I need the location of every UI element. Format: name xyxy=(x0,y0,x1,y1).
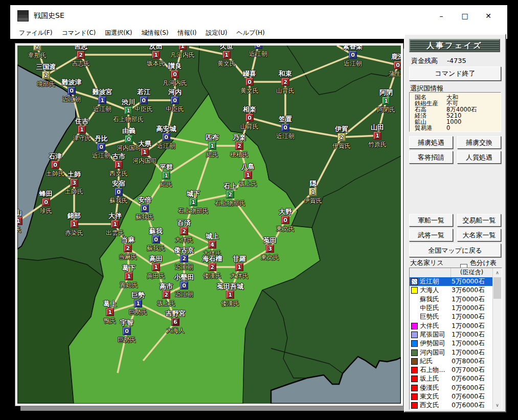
castle-marker[interactable]: 4 xyxy=(208,240,216,249)
castle-marker[interactable]: 2 xyxy=(226,190,234,198)
menu-item-5[interactable]: 設定(U) xyxy=(201,27,232,39)
castle-marker[interactable]: 2 xyxy=(124,244,132,252)
castle-marker[interactable]: 2 xyxy=(33,46,41,51)
daimyo-list-scrollbar[interactable]: ∧ ∨ xyxy=(492,268,502,409)
daimyo-row[interactable]: 大海人3万6000石 xyxy=(410,286,493,295)
daimyo-row[interactable]: 大伴氏1万0000石 xyxy=(410,321,493,330)
castle-marker[interactable]: 0 xyxy=(125,135,133,143)
castle-marker[interactable]: 0 xyxy=(141,204,149,212)
castle-marker[interactable]: 1 xyxy=(134,299,142,307)
castle-marker[interactable]: 1 xyxy=(162,171,170,180)
castle-marker[interactable]: 3 xyxy=(70,179,78,187)
daimyo-row[interactable]: 倭漢氏0万6000石 xyxy=(410,384,493,392)
command-end-button[interactable]: コマンド終了 xyxy=(409,67,501,81)
menu-item-2[interactable]: 国選択(K) xyxy=(100,27,137,39)
castle-marker[interactable]: 2 xyxy=(208,263,216,271)
castle-marker[interactable]: 0 xyxy=(152,235,160,244)
minimize-button[interactable]: – xyxy=(430,8,453,24)
castle-marker[interactable]: 0 xyxy=(162,133,170,141)
daimyo-row[interactable]: 近江朝5万0000石 xyxy=(410,277,493,286)
daimyo-row[interactable]: 西文氏0万6000石 xyxy=(410,401,493,410)
castle-marker[interactable]: 2 xyxy=(42,71,50,79)
list-button-1[interactable]: 交易船一覧 xyxy=(457,214,501,227)
castle-marker[interactable]: 1 xyxy=(152,51,160,59)
daimyo-row[interactable]: 尾張国司1万0000石 xyxy=(410,330,493,339)
daimyo-row[interactable]: 坂上氏0万6000石 xyxy=(410,374,493,383)
map-viewport[interactable]: 2韋那氏吉志2吉志氏次田1坂本氏1凡河内氏久世1黄文氏0近江朝紫香楽0近江朝鹿深… xyxy=(17,46,401,404)
castle-marker[interactable]: 1 xyxy=(78,125,86,134)
castle-marker[interactable]: 1 xyxy=(189,198,197,206)
castle-marker[interactable]: 6 xyxy=(171,318,179,326)
castle-marker[interactable]: 2 xyxy=(162,291,170,299)
castle-marker[interactable]: 0 xyxy=(171,70,179,78)
daimyo-row[interactable]: 中臣氏1万0000石 xyxy=(410,304,493,313)
castle-marker[interactable]: 1 xyxy=(98,96,106,104)
menu-item-6[interactable]: ヘルプ(H) xyxy=(232,27,269,39)
castle-marker[interactable]: 1 xyxy=(244,171,252,179)
menu-item-0[interactable]: ファイル(F) xyxy=(14,27,57,39)
castle-marker[interactable]: 1 xyxy=(106,308,114,316)
castle-marker[interactable]: 1 xyxy=(115,161,123,169)
daimyo-row[interactable]: 伊勢国司1万0000石 xyxy=(410,339,493,348)
castle-marker[interactable]: 1 xyxy=(70,220,78,228)
map-return-button[interactable]: 全国マップに戻る xyxy=(409,244,501,257)
castle-marker[interactable]: 1 xyxy=(309,188,317,196)
castle-marker[interactable]: 1 xyxy=(178,46,187,50)
list-button-2[interactable]: 武将一覧 xyxy=(409,229,453,241)
castle-marker[interactable]: 0 xyxy=(281,123,289,131)
daimyo-row[interactable]: 石上物...0万7000石 xyxy=(410,366,493,374)
castle-marker[interactable]: 1 xyxy=(152,263,160,271)
menu-item-4[interactable]: 情報(I) xyxy=(173,27,201,39)
castle-marker[interactable]: 3 xyxy=(266,245,274,253)
castle-marker[interactable]: 0 xyxy=(281,216,289,224)
castle-marker[interactable]: 1 xyxy=(208,142,216,150)
castle-marker[interactable]: 1 xyxy=(124,106,132,115)
castle-marker[interactable]: 0 xyxy=(140,96,148,104)
castle-marker[interactable]: 0 xyxy=(97,143,105,151)
castle-marker[interactable]: 1 xyxy=(17,217,22,225)
castle-marker[interactable]: 1 xyxy=(141,148,149,156)
castle-marker[interactable]: 0 xyxy=(245,78,254,86)
daimyo-row[interactable]: 東文氏0万6000石 xyxy=(410,392,493,401)
castle-marker[interactable]: 0 xyxy=(349,51,357,59)
castle-marker[interactable]: 1 xyxy=(235,263,243,271)
close-button[interactable]: ✕ xyxy=(477,8,500,24)
maximize-button[interactable]: □ xyxy=(453,8,477,24)
castle-marker[interactable]: 1 xyxy=(382,97,390,105)
castle-marker[interactable]: 0 xyxy=(171,96,179,104)
scroll-down-button[interactable]: ∨ xyxy=(493,401,502,409)
castle-marker[interactable]: 2 xyxy=(180,254,188,262)
castle-marker[interactable]: 0 xyxy=(254,46,262,49)
castle-marker[interactable]: 1 xyxy=(111,220,119,228)
castle-marker[interactable]: 2 xyxy=(180,227,188,235)
action-button-1[interactable]: 捕虜交換 xyxy=(457,136,501,149)
castle-marker[interactable]: 0 xyxy=(42,198,50,206)
castle-marker[interactable]: 2 xyxy=(77,51,85,59)
menu-item-3[interactable]: 城情報(S) xyxy=(137,27,173,39)
daimyo-row[interactable]: 蘇我氏1万0000石 xyxy=(410,295,493,304)
daimyo-row[interactable]: 紀氏0万8000石 xyxy=(410,357,493,366)
castle-marker[interactable]: 1 xyxy=(373,131,381,140)
castle-marker[interactable]: 0 xyxy=(51,161,59,169)
castle-marker[interactable]: 1 xyxy=(226,291,234,299)
castle-marker[interactable]: 0 xyxy=(245,114,254,122)
castle-marker[interactable]: 0 xyxy=(115,188,123,196)
castle-marker[interactable]: 2 xyxy=(235,142,243,150)
castle-marker[interactable]: 2 xyxy=(281,78,289,86)
castle-marker[interactable]: 0 xyxy=(180,281,188,290)
list-button-3[interactable]: 大名家一覧 xyxy=(457,229,501,241)
list-button-0[interactable]: 軍船一覧 xyxy=(409,214,453,227)
castle-marker[interactable]: 0 xyxy=(123,327,131,335)
castle-marker[interactable]: 1 xyxy=(222,51,231,59)
daimyo-row[interactable]: 河内国司1万0000石 xyxy=(410,348,493,357)
action-button-2[interactable]: 客将招請 xyxy=(409,151,453,164)
castle-marker[interactable]: 1 xyxy=(125,272,133,280)
castle-marker[interactable]: 0 xyxy=(67,86,76,95)
scrollbar-thumb[interactable] xyxy=(493,277,501,299)
action-button-0[interactable]: 捕虜処遇 xyxy=(409,136,453,149)
menu-item-1[interactable]: コマンド(C) xyxy=(57,27,100,39)
castle-marker[interactable]: 0 xyxy=(394,61,401,69)
daimyo-row[interactable]: 巨勢氏1万0000石 xyxy=(410,313,493,321)
action-button-3[interactable]: 人質処遇 xyxy=(457,151,501,164)
castle-marker[interactable]: 2 xyxy=(337,133,346,141)
